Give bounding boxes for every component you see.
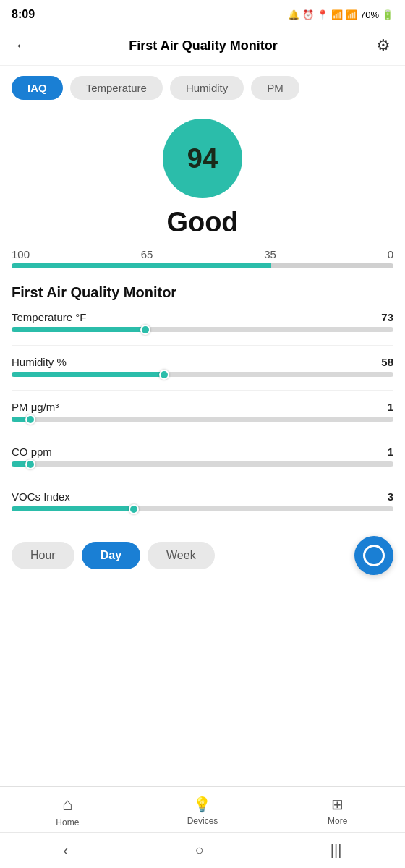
tab-iaq[interactable]: IAQ [12,76,63,100]
metric-co-bar [12,461,393,467]
metric-pm-thumb [25,414,35,425]
metric-vocs-thumb [129,504,139,514]
nav-home-label: Home [56,817,79,827]
iaq-score-value: 94 [187,143,218,174]
nav-devices-label: Devices [187,816,218,826]
more-icon: ⊞ [331,796,344,813]
ring-icon: 🔔 [288,9,299,20]
tab-pm[interactable]: PM [251,76,299,100]
metric-pm-name: PM μg/m³ [12,401,59,413]
devices-icon: 💡 [193,796,211,813]
alarm-icon: ⏰ [302,9,314,20]
scale-35: 35 [264,248,276,260]
settings-button[interactable]: ⚙ [373,33,393,58]
battery-icon: 🔋 [382,9,393,20]
scale-section: 100 65 35 0 [0,241,405,274]
metric-humidity-fill [12,372,164,377]
battery-level: 70% [360,9,379,20]
metric-humidity-name: Humidity % [12,356,67,368]
signal-icon: 📶 [346,9,357,20]
time-pills: Hour Day Week [12,542,215,569]
tab-humidity[interactable]: Humidity [170,76,244,100]
nav-item-devices[interactable]: 💡 Devices [181,796,224,826]
device-section: First Air Quality Monitor Temperature °F… [0,274,405,511]
time-pill-hour[interactable]: Hour [12,542,74,569]
metric-vocs: VOCs Index 3 [12,490,393,511]
status-bar: 8:09 🔔 ⏰ 📍 📶 📶 70% 🔋 [0,0,405,26]
top-nav: ← First Air Quality Monitor ⚙ [0,26,405,66]
alexa-button[interactable] [354,536,393,575]
metric-vocs-value: 3 [388,490,393,503]
page-title: First Air Quality Monitor [129,38,277,54]
metric-pm-fill [12,417,30,422]
scale-65: 65 [141,248,153,260]
wifi-icon: 📶 [331,9,343,20]
iaq-score-circle: 94 [163,119,242,198]
location-icon: 📍 [317,9,328,20]
metric-temperature-name: Temperature °F [12,311,87,323]
tab-row: IAQ Temperature Humidity PM [0,66,405,106]
scale-bar [12,263,393,268]
metric-vocs-name: VOCs Index [12,490,70,503]
metric-co: CO ppm 1 [12,446,393,467]
status-time: 8:09 [12,8,35,21]
home-icon: ⌂ [62,794,73,814]
metric-co-value: 1 [388,446,393,458]
scale-100: 100 [12,248,30,260]
metric-vocs-fill [12,506,134,511]
nav-more-label: More [328,816,347,826]
scale-numbers: 100 65 35 0 [12,248,393,260]
status-icons: 🔔 ⏰ 📍 📶 📶 70% 🔋 [288,9,393,20]
metric-humidity-bar [12,372,393,377]
metric-temperature-fill [12,327,145,332]
iaq-status-label: Good [166,207,238,238]
scale-0: 0 [388,248,393,260]
iaq-display: 94 Good [0,106,405,241]
metric-temperature-value: 73 [381,311,393,323]
metric-humidity-value: 58 [381,356,393,368]
metric-co-fill [12,461,30,467]
metric-pm-bar [12,417,393,422]
android-nav-bar: ‹ ○ ||| [0,832,405,868]
nav-item-home[interactable]: ⌂ Home [46,794,89,827]
metric-temperature-bar [12,327,393,332]
alexa-ring-icon [363,545,385,566]
device-title: First Air Quality Monitor [12,284,393,301]
metric-vocs-bar [12,506,393,511]
android-recent-button[interactable]: ||| [331,842,342,859]
metric-co-thumb [25,459,35,469]
back-button[interactable]: ← [12,33,33,58]
time-pill-day[interactable]: Day [82,542,140,569]
metric-humidity-thumb [159,370,169,380]
bottom-nav: ⌂ Home 💡 Devices ⊞ More [0,786,405,832]
time-selector: Hour Day Week [0,524,405,584]
nav-item-more[interactable]: ⊞ More [316,796,359,826]
metric-pm-value: 1 [388,401,393,413]
metric-co-name: CO ppm [12,446,52,458]
metric-temperature-thumb [140,325,150,335]
android-back-button[interactable]: ‹ [64,842,69,859]
metric-humidity: Humidity % 58 [12,356,393,377]
android-home-button[interactable]: ○ [195,842,203,859]
metric-temperature: Temperature °F 73 [12,311,393,332]
time-pill-week[interactable]: Week [148,542,215,569]
metric-pm: PM μg/m³ 1 [12,401,393,422]
tab-temperature[interactable]: Temperature [70,76,163,100]
